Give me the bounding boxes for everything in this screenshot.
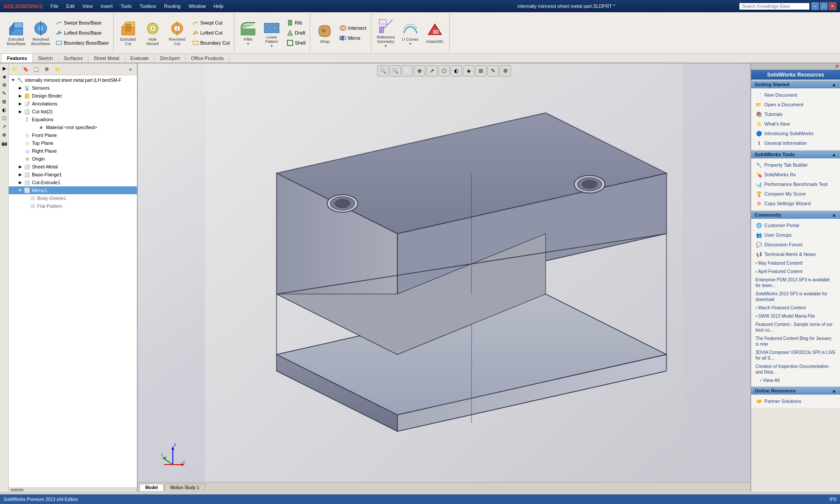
- tab-evaluate[interactable]: Evaluate: [125, 54, 155, 63]
- tree-tool-4[interactable]: ⚙: [42, 64, 52, 74]
- link-customer-portal[interactable]: 🌐 Customer Portal: [755, 220, 836, 230]
- reference-geometry-button[interactable]: ReferenceGeometry ▼: [374, 15, 398, 50]
- vp-zoom-fit-button[interactable]: 🔍: [377, 65, 388, 77]
- menu-help[interactable]: Help: [210, 3, 227, 10]
- side-icon-5[interactable]: ⊞: [0, 98, 8, 105]
- tree-item-base-flange[interactable]: ▶ ⬜ Base-Flange1: [9, 171, 137, 178]
- side-icon-6[interactable]: ◐: [0, 106, 8, 114]
- tree-item-sensors[interactable]: ▶ 📡 Sensors: [9, 84, 137, 92]
- tree-item-annotations[interactable]: ▶ 📝 Annotations: [9, 100, 137, 108]
- instant3d-button[interactable]: 3D Instant3D: [423, 15, 447, 50]
- tree-item-front-plane[interactable]: ▶ ◇ Front Plane: [9, 131, 137, 139]
- boundary-boss-button[interactable]: Boundary Boss/Base: [53, 38, 111, 48]
- tree-item-equations[interactable]: ▶ Σ Equations: [9, 116, 137, 123]
- menu-window[interactable]: Window: [185, 3, 209, 10]
- tab-model[interactable]: Model: [140, 484, 164, 491]
- search-input[interactable]: [739, 3, 809, 10]
- tree-tool-3[interactable]: 📋: [32, 64, 41, 74]
- link-view-all[interactable]: › View All: [755, 376, 836, 384]
- vp-appearance-button[interactable]: ◐: [451, 65, 462, 77]
- extruded-cut-button[interactable]: ExtrudedCut: [116, 15, 140, 50]
- tree-item-mirror1[interactable]: ▼ ⬜ Mirror1: [9, 186, 137, 194]
- tree-item-design-binder[interactable]: ▶ 📒 Design Binder: [9, 92, 137, 100]
- tree-item-top-plane[interactable]: ▶ ◇ Top Plane: [9, 139, 137, 147]
- draft-button[interactable]: Draft: [284, 28, 307, 38]
- boundary-cut-button[interactable]: Boundary Cut: [190, 38, 231, 48]
- link-general-info[interactable]: ℹ General Information: [755, 138, 836, 148]
- news-sww-model[interactable]: SWW 2013 Model Mania File: [755, 312, 836, 320]
- linear-pattern-button[interactable]: LinearPattern ▼: [260, 15, 284, 50]
- side-icon-9[interactable]: ⊕: [0, 131, 8, 139]
- wrap-button[interactable]: W Wrap: [313, 15, 336, 50]
- tab-features[interactable]: Features: [2, 54, 33, 63]
- menu-edit[interactable]: Edit: [63, 3, 78, 10]
- link-compare-score[interactable]: 🏆 Compare My Score: [755, 189, 836, 199]
- news-3dvia[interactable]: 3DVIA Composer V6R2013x SP0 is LIVE for …: [755, 348, 836, 362]
- news-march-featured[interactable]: March Featured Content: [755, 304, 836, 312]
- tree-item-cut-list[interactable]: ▶ 📋 Cut list(2): [9, 108, 137, 116]
- vp-options-button[interactable]: ⚙: [500, 65, 511, 77]
- link-technical-alerts[interactable]: 📢 Technical Alerts & News: [755, 249, 836, 259]
- news-blog-january[interactable]: The Featured Content Blog for January is…: [755, 334, 836, 348]
- section-getting-started-header[interactable]: Getting Started ▲: [751, 80, 840, 88]
- side-icon-7[interactable]: ⬡: [0, 114, 8, 122]
- section-online-resources-header[interactable]: Online Resources ▲: [751, 387, 840, 395]
- menu-insert[interactable]: Insert: [97, 3, 116, 10]
- swept-cut-button[interactable]: Swept Cut: [190, 18, 231, 28]
- link-whats-new[interactable]: ⭐ What's New: [755, 119, 836, 129]
- side-icon-2[interactable]: ◈: [0, 73, 8, 80]
- side-icon-8[interactable]: ↗: [0, 122, 8, 130]
- menu-view[interactable]: View: [79, 3, 96, 10]
- tree-root[interactable]: ▼ 🔧 internally mirrored sheet metal part…: [9, 76, 137, 84]
- tree-item-body-delete[interactable]: ▶ ⬜ Body-Delete1: [9, 194, 137, 202]
- section-sw-tools-header[interactable]: SolidWorks Tools ▲: [751, 150, 840, 158]
- tree-tool-expand[interactable]: »: [126, 64, 135, 74]
- link-copy-settings-wizard[interactable]: ⚙ Copy Settings Wizard: [755, 199, 836, 208]
- tree-item-cut-extrude[interactable]: ▶ ⬜ Cut-Extrude1: [9, 178, 137, 186]
- link-discussion-forum[interactable]: 💬 Discussion Forum: [755, 240, 836, 249]
- curves-button[interactable]: U Curves ▼: [399, 15, 422, 50]
- tab-sketch[interactable]: Sketch: [33, 54, 59, 63]
- link-property-tab-builder[interactable]: 🔧 Property Tab Builder: [755, 160, 836, 170]
- rib-button[interactable]: Rib: [284, 18, 307, 28]
- lofted-boss-button[interactable]: Lofted Boss/Base: [53, 28, 111, 38]
- tree-item-flat-pattern[interactable]: ▶ ⬜ Flat-Pattern: [9, 202, 137, 210]
- link-introducing-sw[interactable]: 🔵 Introducing SolidWorks: [755, 129, 836, 138]
- link-sw-rx[interactable]: 💊 SolidWorks Rx: [755, 170, 836, 179]
- section-community-header[interactable]: Community ▲: [751, 211, 840, 219]
- vp-sketch-button[interactable]: ✎: [487, 65, 499, 77]
- minimize-button[interactable]: ─: [811, 2, 819, 10]
- intersect-button[interactable]: Intersect: [337, 23, 368, 33]
- news-enterprise-pdm[interactable]: Enterprise PDM 2013 SP3 is available for…: [755, 276, 836, 290]
- menu-routing[interactable]: Routing: [161, 3, 184, 10]
- news-april-featured[interactable]: April Featured Content: [755, 267, 836, 276]
- revolved-cut-button[interactable]: RevolvedCut: [165, 15, 189, 50]
- tab-motion-study[interactable]: Motion Study 1: [164, 484, 205, 491]
- menu-toolbox[interactable]: Toolbox: [136, 3, 160, 10]
- tree-tool-5[interactable]: ⭐: [52, 64, 62, 74]
- side-icon-1[interactable]: ▶: [0, 64, 8, 72]
- tab-sheet-metal[interactable]: Sheet Metal: [88, 54, 125, 63]
- link-benchmark[interactable]: 📊 Performance Benchmark Test: [755, 179, 836, 189]
- tree-tool-1[interactable]: 📁: [10, 64, 20, 74]
- menu-file[interactable]: File: [47, 3, 62, 10]
- vp-view-orient-button[interactable]: ⬜: [402, 65, 413, 77]
- tree-horizontal-scrollbar[interactable]: [9, 487, 137, 492]
- link-new-document[interactable]: 📄 New Document: [755, 90, 836, 100]
- lofted-cut-button[interactable]: Lofted Cut: [190, 28, 231, 38]
- vp-rotate-button[interactable]: ↗: [426, 65, 438, 77]
- side-icon-4[interactable]: ✎: [0, 89, 8, 97]
- tab-office-products[interactable]: Office Products: [186, 54, 229, 63]
- link-user-groups[interactable]: 👥 User Groups: [755, 230, 836, 240]
- link-tutorials[interactable]: 📚 Tutorials: [755, 109, 836, 119]
- tree-item-material[interactable]: ▶ ■ Material <not specified>: [9, 123, 137, 131]
- news-featured-content[interactable]: Featured Content - Sample some of our be…: [755, 320, 836, 334]
- tree-item-origin[interactable]: ▶ ⊕ Origin: [9, 155, 137, 163]
- side-icon-3[interactable]: ⚙: [0, 81, 8, 89]
- resources-panel-icon[interactable]: 📌: [834, 64, 839, 69]
- revolved-bossbase-button[interactable]: RevolvedBoss/Base: [29, 15, 52, 50]
- menu-tools[interactable]: Tools: [117, 3, 135, 10]
- side-icon-10[interactable]: 📷: [0, 139, 8, 147]
- vp-display-style-button[interactable]: ⬡: [438, 65, 450, 77]
- tree-item-sheet-metal[interactable]: ▶ ⬜ Sheet-Metal: [9, 163, 137, 171]
